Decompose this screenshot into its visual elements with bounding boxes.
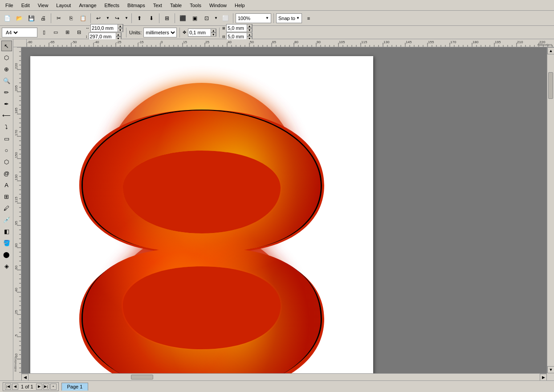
sep4: [159, 13, 159, 23]
grid-x-up[interactable]: ▲: [247, 24, 252, 28]
redo-dropdown[interactable]: ▼: [124, 13, 129, 24]
ellipse-tool[interactable]: ○: [1, 145, 12, 155]
new-button[interactable]: 📄: [2, 13, 12, 24]
menu-arrange[interactable]: Arrange: [75, 2, 100, 9]
polygon-tool[interactable]: ⬡: [1, 156, 12, 167]
prev-page-button[interactable]: ◀: [12, 384, 18, 390]
page-settings-btn[interactable]: ⊞: [62, 28, 72, 37]
grid-y-input[interactable]: 5,0 mm: [227, 34, 247, 39]
grid-y-up[interactable]: ▲: [247, 33, 252, 37]
smart-fill-tool[interactable]: ⬤: [1, 249, 12, 260]
right-scrollbar[interactable]: ▲ ▼: [547, 47, 554, 373]
scroll-down-button[interactable]: ▼: [547, 366, 554, 373]
menu-effects[interactable]: Effects: [101, 2, 123, 9]
units-label: Units:: [129, 30, 142, 35]
canvas-page: [30, 56, 373, 373]
scroll-right-button[interactable]: ▶: [540, 374, 547, 380]
h-scroll-thumb[interactable]: [131, 375, 153, 380]
export-button[interactable]: ⬇: [146, 13, 157, 24]
page-settings-btn2[interactable]: ⊟: [74, 28, 84, 37]
menu-layout[interactable]: Layout: [53, 2, 74, 9]
zoom-tool[interactable]: 🔍: [1, 75, 12, 86]
landscape-button[interactable]: ▭: [51, 28, 61, 37]
transform-dropdown[interactable]: ▼: [213, 13, 219, 24]
interactive-fill-tool[interactable]: ◧: [1, 226, 12, 237]
text-tool[interactable]: A: [1, 180, 12, 190]
import-button[interactable]: ⬆: [134, 13, 145, 24]
last-page-button[interactable]: ▶|: [43, 384, 49, 390]
table-tool[interactable]: ⊞: [1, 191, 12, 202]
menu-file[interactable]: File: [2, 2, 17, 9]
grid-x-spinbox[interactable]: 5,0 mm ▲ ▼: [226, 24, 253, 32]
menu-bitmaps[interactable]: Bitmaps: [124, 2, 149, 9]
portrait-button[interactable]: ▯: [39, 28, 49, 37]
canvas-container[interactable]: [21, 47, 547, 373]
page-size-select[interactable]: A4: [4, 29, 19, 36]
units-select[interactable]: millimeters: [143, 28, 177, 37]
height-input[interactable]: 297,0 mm: [89, 34, 116, 39]
nudge-input[interactable]: 0,1 mm: [188, 30, 211, 35]
menu-table[interactable]: Table: [167, 2, 185, 9]
align-right-button[interactable]: ▣: [189, 13, 200, 24]
nudge-spinbox[interactable]: 0,1 mm ▲ ▼: [188, 29, 216, 37]
dimension-tool[interactable]: ⟵: [1, 110, 12, 121]
width-down[interactable]: ▼: [118, 28, 123, 32]
menu-view[interactable]: View: [34, 2, 52, 9]
canvas-row: millimeters: [13, 47, 554, 373]
width-spinbox[interactable]: 210,0 mm ▲ ▼: [90, 24, 123, 32]
crop-tool[interactable]: ⊕: [1, 64, 12, 74]
node-tool[interactable]: ⬡: [1, 52, 12, 63]
ruler-v-canvas: [13, 47, 21, 373]
add-page-button[interactable]: +: [50, 384, 57, 390]
undo-button[interactable]: ↩: [93, 13, 104, 24]
menu-help[interactable]: Help: [231, 2, 248, 9]
menu-window[interactable]: Window: [206, 2, 230, 9]
width-arrows: ▲ ▼: [118, 24, 123, 32]
print-button[interactable]: 🖨: [38, 13, 49, 24]
fill-tool[interactable]: 🪣: [1, 237, 12, 248]
scroll-up-button[interactable]: ▲: [547, 47, 554, 54]
scroll-left-button[interactable]: ◀: [21, 374, 29, 380]
bottom-scrollbar[interactable]: ◀ ▶: [21, 373, 547, 380]
transparency-tool[interactable]: ◈: [1, 261, 12, 271]
h-scroll-track[interactable]: [29, 374, 540, 380]
save-button[interactable]: 💾: [26, 13, 37, 24]
eyedropper-tool[interactable]: 💉: [1, 214, 12, 225]
redo-button[interactable]: ↪: [112, 13, 122, 24]
bezier-tool[interactable]: ✒: [1, 98, 12, 109]
view-app-button[interactable]: ⊞: [162, 13, 172, 24]
rect-tool[interactable]: ▭: [1, 133, 12, 144]
width-input[interactable]: 210,0 mm: [91, 25, 118, 31]
grid-x-down[interactable]: ▼: [247, 28, 252, 32]
connector-tool[interactable]: ⤵: [1, 122, 12, 132]
scroll-track-v[interactable]: [547, 54, 554, 366]
cut-button[interactable]: ✂: [53, 13, 64, 24]
height-up[interactable]: ▲: [116, 33, 121, 37]
next-page-button[interactable]: ▶: [36, 384, 42, 390]
scroll-thumb-v[interactable]: [548, 72, 553, 99]
snap-to-dropdown[interactable]: Snap to ▼: [276, 13, 302, 23]
paste-button[interactable]: 📋: [77, 13, 88, 24]
page-size-dropdown[interactable]: A4: [2, 28, 37, 37]
copy-button[interactable]: ⎘: [65, 13, 76, 24]
grid-x-input[interactable]: 5,0 mm: [227, 25, 247, 31]
snap-icon[interactable]: ≡: [303, 13, 314, 24]
freehand-tool[interactable]: ✏: [1, 87, 12, 98]
menu-tools[interactable]: Tools: [186, 2, 205, 9]
align-left-button[interactable]: ⬛: [177, 13, 188, 24]
first-page-button[interactable]: |◀: [5, 384, 11, 390]
menu-text[interactable]: Text: [150, 2, 166, 9]
nudge-up[interactable]: ▲: [211, 29, 216, 33]
open-button[interactable]: 📂: [14, 13, 24, 24]
spiral-tool[interactable]: @: [1, 168, 12, 179]
transform-button[interactable]: ⊡: [201, 13, 212, 24]
undo-dropdown[interactable]: ▼: [105, 13, 110, 24]
select-tool[interactable]: ↖: [1, 41, 12, 51]
pen-tool[interactable]: 🖊: [1, 203, 12, 213]
page-tab[interactable]: Page 1: [61, 383, 89, 391]
nudge-down[interactable]: ▼: [211, 33, 216, 37]
zoom-dropdown[interactable]: 100% ▼: [236, 13, 271, 23]
width-up[interactable]: ▲: [118, 24, 123, 28]
full-screen-button[interactable]: ⬜: [220, 13, 231, 24]
menu-edit[interactable]: Edit: [18, 2, 33, 9]
